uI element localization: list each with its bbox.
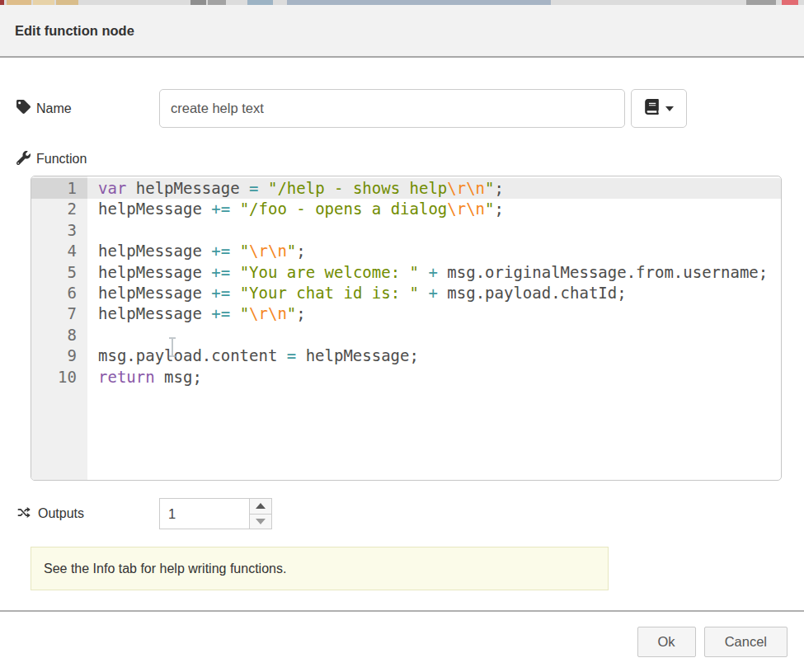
name-label-text: Name [36,101,72,116]
editor-code[interactable]: var helpMessage = "/help - shows help\r\… [87,176,781,480]
dialog-header: Edit function node [0,5,804,58]
shuffle-icon [16,505,32,523]
function-label: Function [16,150,788,168]
code-line[interactable]: msg.payload.content = helpMessage; [87,345,781,366]
edit-function-dialog: Edit function node Name Function [0,5,804,672]
code-line[interactable]: helpMessage += "\r\n"; [87,303,781,324]
backdrop-block [190,0,206,5]
dialog-body: Name Function 12345678910 var helpMessag… [0,58,804,610]
outputs-label-text: Outputs [38,506,84,521]
code-line[interactable]: helpMessage += "Your chat id is: " + msg… [87,283,781,303]
backdrop-block [7,0,31,5]
spinner-buttons [249,499,271,529]
line-number[interactable]: 5 [31,262,87,283]
line-number[interactable]: 2 [31,199,87,219]
function-label-text: Function [36,152,87,167]
line-number[interactable]: 1 [31,178,87,199]
backdrop-block [208,0,226,5]
code-line[interactable]: helpMessage += "You are welcome: " + msg… [87,262,781,283]
background-workspace-strip [0,0,804,5]
arrow-up-icon [256,503,266,509]
backdrop-block [746,0,776,5]
backdrop-block [0,0,4,5]
line-number[interactable]: 6 [31,283,87,303]
book-icon [644,99,660,118]
code-line[interactable]: helpMessage += "/foo - opens a dialog\r\… [87,199,781,219]
outputs-increment-button[interactable] [250,499,271,515]
backdrop-block [782,0,798,5]
ok-button[interactable]: Ok [637,627,696,657]
library-button[interactable] [631,89,687,128]
cancel-button[interactable]: Cancel [704,627,788,657]
info-tip-box: See the Info tab for help writing functi… [31,547,609,590]
outputs-spinner [159,498,272,529]
code-editor[interactable]: 12345678910 var helpMessage = "/help - s… [31,176,782,481]
backdrop-block [247,0,273,5]
wrench-icon [16,151,31,168]
dialog-footer: Ok Cancel [0,610,804,672]
backdrop-block [33,0,54,5]
backdrop-block [287,0,551,5]
line-number[interactable]: 3 [31,220,87,241]
editor-gutter: 12345678910 [31,176,87,480]
line-number[interactable]: 8 [31,325,87,345]
outputs-label: Outputs [16,505,159,523]
chevron-down-icon [665,106,674,111]
outputs-decrement-button[interactable] [250,515,271,529]
name-input[interactable] [159,89,625,128]
mouse-ibeam-cursor [172,339,173,355]
tag-icon [16,100,31,117]
backdrop-block [56,0,78,5]
code-line[interactable] [87,325,781,345]
line-number[interactable]: 9 [31,345,87,366]
code-line[interactable]: return msg; [87,367,781,388]
outputs-input[interactable] [160,499,249,529]
name-row: Name [16,89,788,128]
line-number[interactable]: 4 [31,241,87,261]
name-label: Name [16,100,159,117]
dialog-title: Edit function node [15,23,134,39]
line-number[interactable]: 7 [31,303,87,324]
code-line[interactable] [87,220,781,241]
info-tip-text: See the Info tab for help writing functi… [44,562,286,576]
arrow-down-icon [256,519,266,524]
outputs-row: Outputs [16,498,788,529]
code-line[interactable]: var helpMessage = "/help - shows help\r\… [87,178,781,199]
line-number[interactable]: 10 [31,367,87,388]
code-line[interactable]: helpMessage += "\r\n"; [87,241,781,261]
